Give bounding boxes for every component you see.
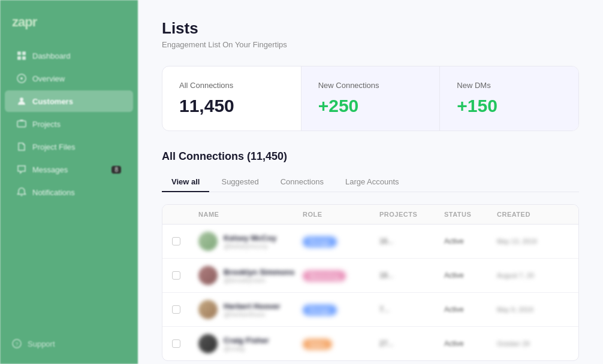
sidebar-item-label: Messages (32, 165, 68, 174)
svg-rect-2 (17, 56, 21, 60)
stat-new-dms: New DMs +150 (440, 66, 578, 131)
col-status: Status (444, 211, 492, 218)
sidebar-item-messages[interactable]: Messages 8 (5, 159, 133, 180)
svg-point-6 (20, 98, 23, 101)
user-handle: @brooklynsim (224, 277, 294, 284)
user-details: Kelsey McCoy @kelseymccoy (224, 233, 276, 250)
svg-rect-1 (22, 51, 26, 55)
svg-text:?: ? (16, 341, 19, 347)
projects-icon (17, 119, 26, 129)
projects-cell: 7... (379, 305, 439, 314)
status-cell: Active (444, 237, 492, 245)
user-name: Herbert Hoover (224, 302, 281, 311)
user-details: Herbert Hoover @herberthoov (224, 302, 281, 318)
row-checkbox[interactable] (172, 339, 180, 348)
sidebar-item-dashboard[interactable]: Dashboard (5, 45, 133, 66)
row-checkbox[interactable] (172, 305, 180, 314)
sidebar-item-customers[interactable]: Customers (5, 90, 133, 112)
sidebar-item-label: Customers (32, 97, 73, 106)
support-label: Support (28, 339, 55, 348)
role-tag: Design (303, 236, 337, 247)
sidebar-item-label: Projects (32, 120, 61, 129)
support-item[interactable]: ? Support (0, 333, 138, 354)
col-name: Name (198, 211, 298, 218)
projects-cell: 18... (379, 271, 439, 280)
messages-badge: 8 (111, 166, 121, 174)
role-tag: Sales (303, 339, 332, 350)
stat-value: 11,450 (179, 96, 284, 116)
user-details: Brooklyn Simmons @brooklynsim (224, 268, 294, 284)
customers-icon (17, 96, 26, 106)
messages-icon (17, 165, 26, 174)
row-checkbox[interactable] (172, 237, 180, 245)
avatar (198, 300, 218, 319)
user-cell: Brooklyn Simmons @brooklynsim (198, 266, 298, 285)
files-icon (17, 142, 26, 151)
date-cell: October 29 (497, 340, 569, 347)
stat-value: +150 (457, 96, 562, 116)
role-cell: Sales (303, 338, 375, 350)
sidebar-item-label: Project Files (32, 142, 76, 151)
status-cell: Active (444, 339, 492, 348)
tab-connections[interactable]: Connections (271, 172, 333, 192)
status-cell: Active (444, 271, 492, 280)
col-role: Role (303, 211, 375, 218)
stat-value: +250 (318, 96, 423, 116)
row-checkbox[interactable] (172, 271, 180, 280)
table-row[interactable]: Kelsey McCoy @kelseymccoy Design 16... A… (162, 225, 578, 259)
role-cell: Design (303, 236, 375, 247)
stat-new-connections: New Connections +250 (302, 66, 441, 131)
tab-large-accounts[interactable]: Large Accounts (336, 172, 409, 192)
sidebar-item-overview[interactable]: Overview (5, 68, 133, 89)
user-cell: Herbert Hoover @herberthoov (198, 300, 298, 319)
sidebar-item-label: Overview (32, 74, 65, 83)
role-cell: Design (303, 304, 375, 316)
col-projects: Projects (379, 211, 439, 218)
col-check (172, 211, 194, 218)
dashboard-icon (17, 51, 26, 60)
user-cell: Craig Fisher @craig (198, 334, 298, 353)
table-row[interactable]: Brooklyn Simmons @brooklynsim Marketing … (162, 259, 578, 293)
role-tag: Marketing (303, 271, 346, 281)
avatar (198, 334, 218, 353)
sidebar-item-label: Notifications (32, 188, 75, 197)
page-title: Lists (162, 19, 579, 38)
user-handle: @kelseymccoy (224, 242, 276, 250)
user-details: Craig Fisher @craig (224, 336, 269, 352)
sidebar-item-notifications[interactable]: Notifications (5, 181, 133, 203)
main-content: Lists Engagement List On Your Fingertips… (138, 0, 603, 364)
stats-row: All Connections 11,450 New Connections +… (162, 66, 579, 131)
svg-rect-0 (17, 51, 21, 55)
tab-suggested[interactable]: Suggested (212, 172, 268, 192)
svg-rect-3 (22, 56, 26, 60)
role-tag: Design (303, 305, 337, 316)
sidebar-item-label: Dashboard (32, 51, 71, 60)
table-row[interactable]: Craig Fisher @craig Sales 27... Active O… (162, 327, 578, 360)
notifications-icon (17, 187, 26, 197)
user-name: Brooklyn Simmons (224, 268, 294, 277)
avatar (198, 232, 218, 251)
table-row[interactable]: Herbert Hoover @herberthoov Design 7... … (162, 293, 578, 327)
date-cell: May 9, 2019 (497, 306, 569, 313)
overview-icon (17, 74, 26, 83)
connections-tabs: View all Suggested Connections Large Acc… (162, 172, 579, 192)
avatar (198, 266, 218, 285)
svg-rect-7 (17, 121, 26, 127)
stat-label: All Connections (179, 81, 284, 90)
user-name: Craig Fisher (224, 336, 269, 345)
projects-cell: 16... (379, 237, 439, 245)
sidebar-item-projects[interactable]: Projects (5, 113, 133, 135)
stat-label: New Connections (318, 81, 423, 90)
sidebar-item-project-files[interactable]: Project Files (5, 136, 133, 157)
page-subtitle: Engagement List On Your Fingertips (162, 40, 579, 49)
tab-view-all[interactable]: View all (162, 172, 209, 192)
col-created: Created (497, 211, 569, 218)
connections-section-title: All Connections (11,450) (162, 150, 579, 163)
status-cell: Active (444, 305, 492, 314)
stat-all-connections: All Connections 11,450 (162, 66, 302, 131)
date-cell: May 13, 2019 (497, 238, 569, 245)
logo: zapr (0, 10, 138, 44)
user-handle: @herberthoov (224, 311, 281, 318)
projects-cell: 27... (379, 339, 439, 348)
user-name: Kelsey McCoy (224, 233, 276, 242)
